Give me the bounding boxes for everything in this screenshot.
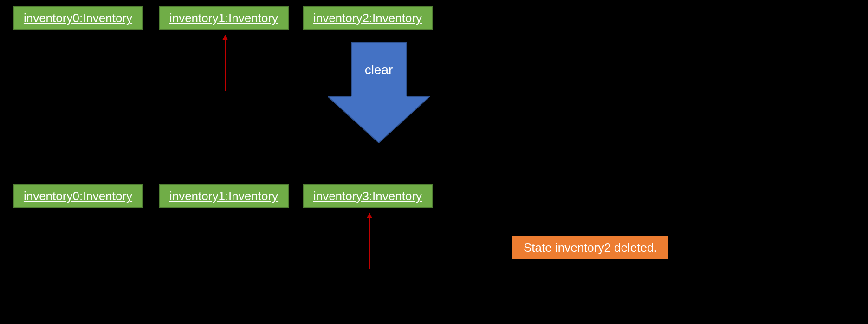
object-box-top-1: inventory1:Inventory [159,6,289,30]
object-label: inventory1:Inventory [169,189,278,203]
object-box-bottom-1: inventory1:Inventory [159,184,289,208]
clear-arrow: clear [328,42,430,144]
object-box-top-2: inventory2:Inventory [303,6,433,30]
red-arrow-top [225,35,226,91]
svg-marker-0 [328,96,430,143]
arrow-label: clear [365,63,393,77]
status-label: State inventory2 deleted. [524,241,657,255]
status-box: State inventory2 deleted. [512,236,668,259]
object-box-bottom-0: inventory0:Inventory [13,184,143,208]
object-label: inventory0:Inventory [24,189,132,203]
object-box-top-0: inventory0:Inventory [13,6,143,30]
object-label: inventory0:Inventory [24,11,132,25]
object-label: inventory2:Inventory [313,11,422,25]
red-arrow-bottom [369,213,370,269]
object-label: inventory3:Inventory [313,189,422,203]
object-box-bottom-2: inventory3:Inventory [303,184,433,208]
object-label: inventory1:Inventory [169,11,278,25]
